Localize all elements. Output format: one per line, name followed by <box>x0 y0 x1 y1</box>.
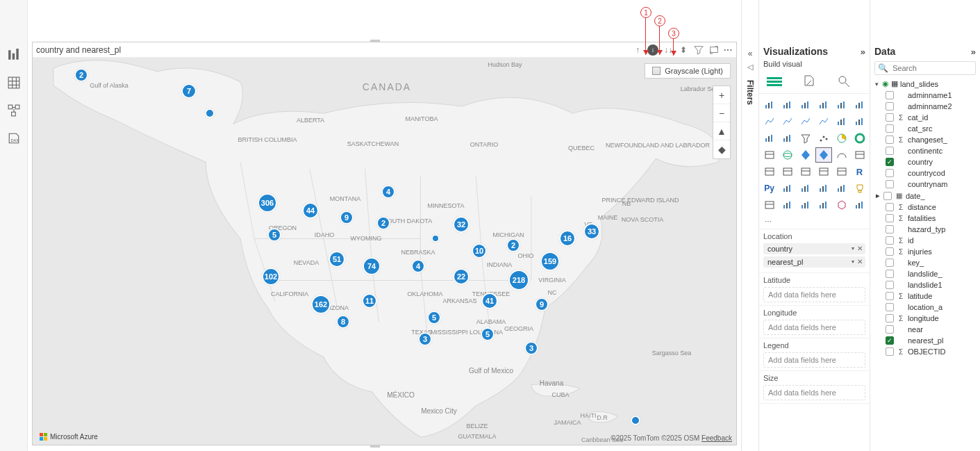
field-latitude[interactable]: Σlatitude <box>873 290 977 302</box>
well-longitude-drop[interactable]: Add data fields here <box>763 320 865 335</box>
viz-type-kpi[interactable] <box>780 165 795 179</box>
field-cat_id[interactable]: Σcat_id <box>873 112 977 123</box>
map-bubble[interactable]: 3 <box>418 332 432 346</box>
viz-type-R[interactable]: R <box>852 165 867 179</box>
map-style-picker[interactable]: Grayscale (Light) <box>645 63 731 79</box>
viz-type-bar[interactable] <box>834 115 849 129</box>
viz-type-globe[interactable] <box>780 148 795 162</box>
table-land-slides[interactable]: ▾ ◉ ▦ land_slides <box>873 78 977 90</box>
map-bubble[interactable]: 9 <box>535 297 549 311</box>
field-checkbox[interactable]: ✓ <box>886 336 894 345</box>
table-view-icon[interactable] <box>8 76 20 89</box>
viz-type-bar[interactable] <box>834 98 849 112</box>
field-checkbox[interactable] <box>886 292 894 300</box>
viz-type-area[interactable] <box>798 115 813 129</box>
map-bubble[interactable]: 8 <box>336 315 350 329</box>
map-bubble[interactable]: 162 <box>311 295 331 314</box>
viz-more-ellipsis[interactable]: ··· <box>759 216 870 229</box>
map-bubble[interactable]: 5 <box>267 228 281 242</box>
build-visual-tab-icon[interactable] <box>765 72 784 89</box>
viz-type-azure[interactable] <box>816 148 831 162</box>
viz-type-card[interactable] <box>762 165 777 179</box>
field-checkbox[interactable] <box>886 347 894 356</box>
data-search[interactable]: 🔍 <box>874 61 976 75</box>
viz-type-Py[interactable]: Py <box>762 181 777 195</box>
viz-type-bar[interactable] <box>762 98 777 112</box>
viz-type-qna[interactable] <box>816 181 831 195</box>
viz-type-page[interactable] <box>762 198 777 212</box>
map-bubble[interactable]: 9 <box>340 211 354 224</box>
field-checkbox[interactable] <box>886 147 894 155</box>
field-checkbox[interactable] <box>886 225 894 233</box>
map-bubble[interactable]: 44 <box>302 202 319 219</box>
viz-type-line[interactable] <box>816 115 831 129</box>
compass-button[interactable]: ◆ <box>713 140 730 158</box>
map-bubble[interactable]: 4 <box>381 185 395 199</box>
field-date_[interactable]: ▸▦date_ <box>873 190 977 202</box>
map-bubble[interactable] <box>431 234 440 243</box>
filters-pane-collapsed[interactable]: « ◁ Filters <box>741 0 759 451</box>
field-countrycod[interactable]: countrycod <box>873 167 977 179</box>
field-checkbox[interactable] <box>886 247 894 256</box>
map-bubble[interactable]: 11 <box>362 293 377 309</box>
field-checkbox[interactable] <box>886 236 894 245</box>
search-input[interactable] <box>891 63 980 73</box>
dax-view-icon[interactable]: DAX <box>8 132 20 145</box>
viz-type-donut[interactable] <box>852 131 867 145</box>
analytics-tab-icon[interactable] <box>834 72 854 89</box>
pill-country[interactable]: country ▾ ✕ <box>763 243 865 254</box>
map-bubble[interactable]: 33 <box>583 223 600 240</box>
viz-type-trophy[interactable] <box>852 181 867 195</box>
map-bubble[interactable]: 74 <box>363 257 381 275</box>
viz-type-hex[interactable] <box>834 198 849 212</box>
map-bubble[interactable]: 41 <box>481 293 498 309</box>
visual-more-options[interactable]: ··· <box>724 45 733 55</box>
field-adminname1[interactable]: adminname1 <box>873 90 977 101</box>
field-OBJECTID[interactable]: ΣOBJECTID <box>873 346 977 357</box>
field-checkbox[interactable] <box>886 303 894 311</box>
map-bubble[interactable]: 51 <box>329 251 345 268</box>
field-checkbox[interactable] <box>886 203 894 211</box>
field-cat_src[interactable]: cat_src <box>873 123 977 134</box>
viz-type-slicer[interactable] <box>798 165 813 179</box>
chevron-down-icon[interactable]: ▾ <box>873 81 880 88</box>
field-checkbox[interactable] <box>886 270 894 278</box>
field-hazard_typ[interactable]: hazard_typ <box>873 224 977 235</box>
field-checkbox[interactable] <box>883 192 892 200</box>
viz-type-bar[interactable] <box>816 98 831 112</box>
viz-type-matrix[interactable] <box>834 165 849 179</box>
viz-type-gauge[interactable] <box>834 148 849 162</box>
field-distance[interactable]: Σdistance <box>873 202 977 213</box>
field-adminname2[interactable]: adminname2 <box>873 101 977 112</box>
map-bubble[interactable]: 159 <box>540 252 560 271</box>
map-bubble[interactable]: 3 <box>524 341 538 355</box>
field-checkbox[interactable] <box>886 102 894 110</box>
field-checkbox[interactable] <box>886 180 894 188</box>
field-checkbox[interactable] <box>886 113 894 122</box>
viz-type-bar[interactable] <box>780 98 795 112</box>
field-checkbox[interactable]: ✓ <box>886 158 894 166</box>
collapse-data-pane-icon[interactable]: » <box>971 47 976 57</box>
map-bubble[interactable]: 16 <box>559 230 576 247</box>
viz-type-bar[interactable] <box>780 131 795 145</box>
field-key_[interactable]: key_ <box>873 257 977 268</box>
drill-up-icon[interactable]: ↑ <box>632 44 643 56</box>
map-bubble[interactable]: 102 <box>262 268 280 286</box>
field-checkbox[interactable] <box>886 281 894 289</box>
map-bubble[interactable] <box>631 416 640 425</box>
viz-type-bar[interactable] <box>798 98 813 112</box>
filters-adjust-icon[interactable]: ◁ <box>747 63 753 72</box>
field-checkbox[interactable] <box>886 259 894 267</box>
field-longitude[interactable]: Σlongitude <box>873 313 977 324</box>
viz-type-narr[interactable] <box>834 181 849 195</box>
viz-type-filled[interactable] <box>798 148 813 162</box>
model-view-icon[interactable] <box>8 104 20 117</box>
map-bubble[interactable]: 10 <box>472 243 487 259</box>
field-location_a[interactable]: location_a <box>873 302 977 313</box>
expand-all-icon[interactable]: ⬍ <box>678 44 689 56</box>
expand-filters-icon[interactable]: « <box>748 49 753 58</box>
viz-type-area[interactable] <box>780 115 795 129</box>
remove-pill-icon[interactable]: ✕ <box>857 258 863 265</box>
viz-type-pa2[interactable] <box>816 198 831 212</box>
field-landslide_[interactable]: landslide_ <box>873 268 977 279</box>
